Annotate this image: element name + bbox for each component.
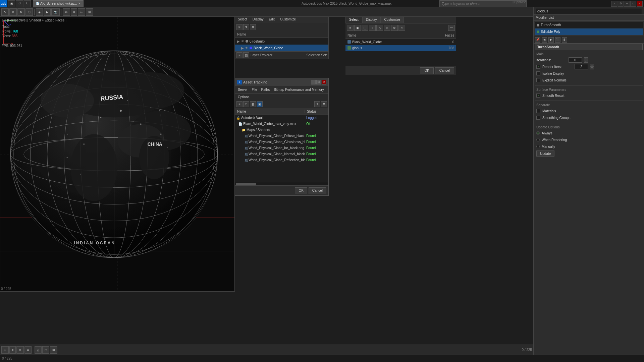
asset-hscroll[interactable]: [235, 182, 328, 185]
isoline-checkbox[interactable]: [536, 71, 540, 75]
sfs-row-globus[interactable]: globus 768: [345, 45, 456, 51]
sfs-ok-btn[interactable]: OK: [420, 67, 433, 74]
minimize-icon[interactable]: ─: [624, 1, 630, 7]
asset-row-reflection[interactable]: 🖼 World_Physical_Globe_Reflection_black.…: [235, 157, 328, 163]
view-icon[interactable]: ▤: [243, 52, 249, 58]
menu-btn-1[interactable]: ▣: [8, 0, 15, 7]
snap-btn[interactable]: ⊕: [63, 8, 70, 16]
menu-btn-3[interactable]: ↻: [23, 0, 31, 7]
smoothing-groups-checkbox[interactable]: [536, 116, 540, 120]
camera-btn[interactable]: 📷: [51, 8, 60, 16]
smooth-result-checkbox[interactable]: ✓: [536, 94, 540, 98]
sfs-tb-2[interactable]: ▣: [354, 25, 361, 31]
tb-settings[interactable]: ⚙: [250, 24, 256, 30]
maximize-icon[interactable]: □: [630, 1, 636, 7]
iterations-up[interactable]: ▲: [584, 57, 588, 60]
file-tab[interactable]: 📄 AK_Screenshot_wrksp... ✕: [33, 0, 84, 7]
sfs-tb-8[interactable]: ≈: [398, 25, 405, 31]
stack-item-turbosmooth[interactable]: TurboSmooth: [535, 22, 643, 28]
make-unique-btn[interactable]: ⬛: [555, 37, 560, 43]
asset-tb-2[interactable]: □: [243, 101, 249, 107]
asset-row-ior[interactable]: 🖼 World_Physical_Globe_ior_black.png Fou…: [235, 145, 328, 151]
next-btn[interactable]: ▶: [548, 37, 554, 43]
settings-icon[interactable]: ⚙: [618, 1, 624, 7]
asset-menu-file[interactable]: File: [250, 87, 258, 92]
asset-row-vault[interactable]: 🔒 Autodesk Vault Logged: [235, 115, 328, 121]
help-icon[interactable]: ?: [611, 1, 617, 7]
asset-row-gloss[interactable]: 🖼 World_Physical_Globe_Glossiness_black.…: [235, 139, 328, 145]
maximize-asset-btn[interactable]: □: [316, 80, 321, 84]
sfs-tb-6[interactable]: ◇: [384, 25, 390, 31]
asset-tb-3[interactable]: ▦: [250, 101, 256, 107]
manually-radio[interactable]: [536, 145, 540, 148]
select-btn[interactable]: ↖: [1, 8, 9, 16]
when-rendering-radio[interactable]: [536, 138, 540, 141]
asset-tb-help[interactable]: ?: [314, 101, 320, 107]
tab-display[interactable]: Display: [362, 16, 381, 23]
move-btn[interactable]: ✥: [9, 8, 17, 16]
asset-ok-btn[interactable]: OK: [295, 187, 307, 194]
render-iters-checkbox[interactable]: ✓: [536, 65, 540, 69]
align-btn[interactable]: ≡: [71, 8, 77, 16]
bt-4[interactable]: ◈: [24, 346, 32, 354]
scale-btn[interactable]: ⬡: [25, 8, 33, 16]
rotate-btn[interactable]: ↻: [17, 8, 25, 16]
menu-btn-2[interactable]: ↺: [16, 0, 23, 7]
render-btn[interactable]: ▶: [44, 8, 51, 16]
mirror-btn[interactable]: ⇔: [78, 8, 85, 16]
object-name-input[interactable]: [536, 8, 642, 14]
explicit-checkbox[interactable]: [536, 78, 540, 82]
sfs-tb-3[interactable]: ◫: [362, 25, 368, 31]
iterations-down[interactable]: ▼: [584, 60, 588, 63]
bt-7[interactable]: ⊞: [50, 346, 57, 354]
tab-customize[interactable]: Customize: [381, 16, 404, 23]
tab-select[interactable]: Select: [345, 16, 362, 23]
close-asset-btn[interactable]: ✕: [322, 80, 326, 84]
sfs-row-globe[interactable]: Black_World_Globe 0: [345, 39, 456, 45]
tree-item-globe[interactable]: ▶ 👁 Black_World_Globe: [235, 45, 328, 51]
always-radio[interactable]: [536, 131, 540, 135]
asset-tb-1[interactable]: ≡: [236, 101, 243, 107]
iterations-input[interactable]: [569, 57, 582, 63]
bt-2[interactable]: ≡: [9, 346, 16, 354]
menu-display[interactable]: Display: [251, 17, 265, 22]
asset-menu-server[interactable]: Server: [236, 87, 249, 92]
layer-icon[interactable]: ≡: [236, 52, 243, 58]
sfs-cancel-btn[interactable]: Cancel: [435, 67, 454, 74]
asset-tb-4[interactable]: ▣: [257, 101, 263, 107]
bt-6[interactable]: ◻: [42, 346, 49, 354]
asset-row-normal[interactable]: 🖼 World_Physical_Globe_Normal_black.png …: [235, 151, 328, 157]
render-iters-up[interactable]: ▲: [590, 64, 594, 67]
asset-row-max[interactable]: 📄 Black_World_Globe_max_vray.max Ok: [235, 121, 328, 127]
menu-select[interactable]: Select: [236, 17, 249, 22]
close-icon[interactable]: ✕: [637, 1, 643, 7]
bt-1[interactable]: ⊞: [1, 346, 9, 354]
pin-btn[interactable]: 📌: [535, 37, 540, 43]
remove-btn[interactable]: 🗑: [562, 37, 567, 43]
asset-row-maps[interactable]: 📁 Maps / Shaders: [235, 127, 328, 133]
update-btn[interactable]: Update: [536, 150, 554, 157]
stack-item-editpoly[interactable]: Editable Poly: [535, 28, 643, 35]
asset-menu-options[interactable]: Options: [236, 95, 251, 100]
sfs-tb-more[interactable]: ⋯: [448, 25, 455, 31]
materials-checkbox[interactable]: [536, 109, 540, 113]
sfs-tb-7[interactable]: ⊕: [391, 25, 398, 31]
minimize-asset-btn[interactable]: ─: [311, 80, 316, 84]
bt-5[interactable]: △: [35, 346, 42, 354]
menu-edit[interactable]: Edit: [268, 17, 276, 22]
asset-menu-bitmap[interactable]: Bitmap Performance and Memory: [272, 87, 325, 92]
prev-btn[interactable]: ◀: [542, 37, 547, 43]
menu-customize[interactable]: Customize: [279, 17, 297, 22]
asset-menu-paths[interactable]: Paths: [260, 87, 271, 92]
asset-row-diffuse[interactable]: 🖼 World_Physical_Globe_Diffuse_black.png…: [235, 133, 328, 139]
viewport[interactable]: RUSSIA CHINA INDIAN OCEAN X Y Z [+] [Per…: [0, 17, 235, 292]
sfs-tb-5[interactable]: △: [376, 25, 383, 31]
sfs-tb-4[interactable]: ○: [369, 25, 376, 31]
asset-tb-settings[interactable]: ⚙: [321, 101, 327, 107]
bt-3[interactable]: ⊕: [16, 346, 24, 354]
array-btn[interactable]: ⊞: [86, 8, 93, 16]
material-btn[interactable]: ◈: [36, 8, 43, 16]
render-iters-down[interactable]: ▼: [590, 67, 594, 69]
tb-filter[interactable]: ▼: [243, 24, 249, 30]
asset-cancel-btn[interactable]: Cancel: [309, 187, 326, 194]
